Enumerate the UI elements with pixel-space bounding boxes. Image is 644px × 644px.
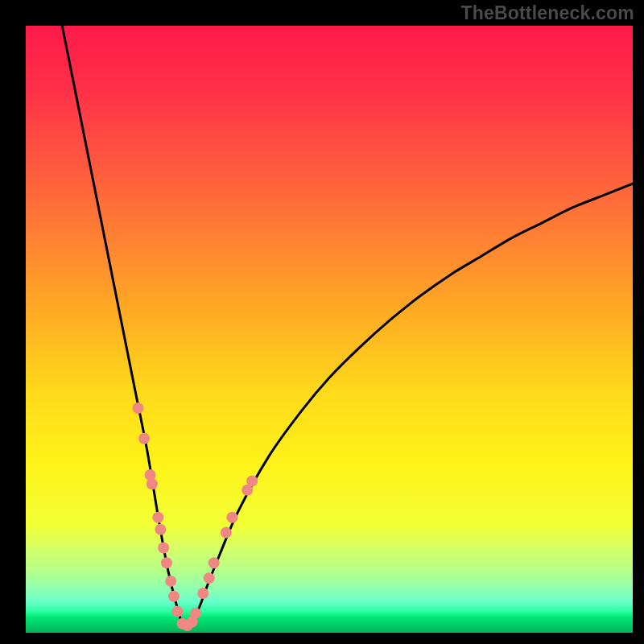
sample-dot <box>221 527 232 539</box>
sample-dot <box>165 576 176 587</box>
watermark-label: TheBottleneck.com <box>460 2 634 24</box>
sample-dot <box>147 478 158 489</box>
sample-dot <box>226 512 237 523</box>
sample-dot <box>197 588 208 599</box>
gradient-background <box>26 26 633 633</box>
sample-dot <box>204 572 215 584</box>
sample-dot <box>132 402 143 414</box>
sample-dot <box>208 557 220 568</box>
plot-area <box>26 26 633 633</box>
sample-dot <box>138 433 150 444</box>
sample-dot <box>168 591 180 602</box>
sample-dot <box>158 542 169 553</box>
sample-dot <box>152 512 163 523</box>
chart-canvas: TheBottleneck.com <box>0 0 644 644</box>
sample-dot <box>155 524 166 535</box>
sample-dot <box>172 606 184 617</box>
sample-dot <box>190 608 201 619</box>
sample-dot <box>161 557 172 568</box>
sample-dot <box>246 476 258 487</box>
plot-svg <box>26 26 633 633</box>
